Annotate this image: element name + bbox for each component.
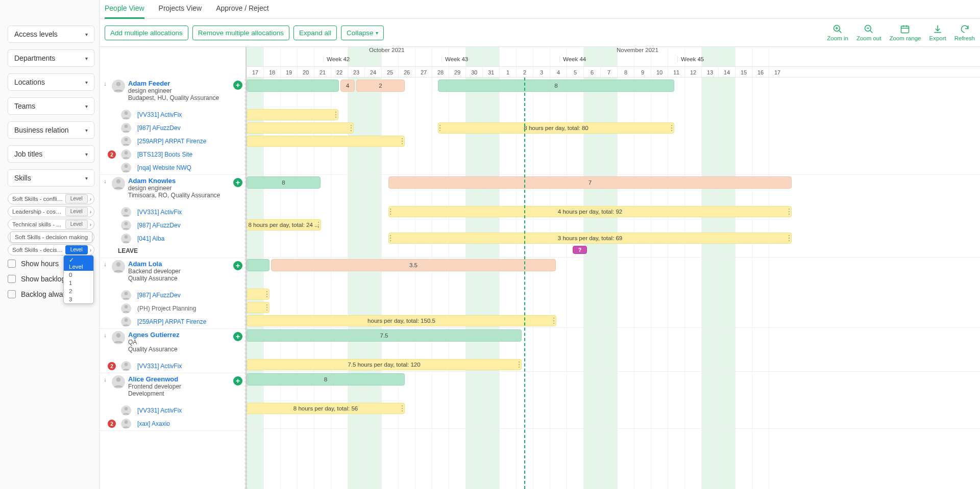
zoom-in-button[interactable]: Zoom in (827, 24, 848, 41)
collapse-icon[interactable]: ↓ (102, 177, 109, 205)
project-link[interactable]: [987] AFuzzDev (137, 292, 181, 299)
refresh-button[interactable]: Refresh (954, 24, 975, 41)
person-name[interactable]: Agnes Gutierrez (128, 331, 233, 339)
resize-handle-icon[interactable] (519, 361, 520, 368)
tab-projects-view[interactable]: Projects View (159, 0, 202, 18)
leave-bar[interactable]: ? (573, 246, 587, 254)
skill-level-select[interactable]: Level (65, 207, 88, 216)
dropdown-option[interactable]: 2 (64, 287, 93, 295)
project-link[interactable]: [VV331] ActivFix (137, 111, 182, 118)
skill-level-select[interactable]: Level (65, 194, 88, 203)
project-link[interactable]: [nqa] Website NWQ (137, 164, 191, 171)
person-name[interactable]: Alice Greenwod (128, 375, 233, 383)
project-link[interactable]: [BTS123] Boots Site (137, 151, 192, 158)
add-allocation-button[interactable]: + (233, 261, 242, 270)
resize-handle-icon[interactable] (335, 111, 337, 118)
resize-handle-icon[interactable] (671, 124, 673, 132)
allocation-bar[interactable]: 8 hours per day, total: 80 (438, 122, 674, 134)
filter-job-titles[interactable]: Job titles▾ (8, 145, 94, 163)
dropdown-option[interactable]: 0 (64, 271, 93, 279)
project-link[interactable]: (PH) Project Planning (137, 305, 196, 312)
filter-business-relation[interactable]: Business relation▾ (8, 121, 94, 139)
column-resize-handle[interactable] (244, 78, 248, 489)
project-link[interactable]: [987] AFuzzDev (137, 124, 181, 132)
resize-handle-icon[interactable] (553, 317, 555, 324)
allocation-bar[interactable] (247, 109, 338, 120)
resize-handle-icon[interactable] (390, 208, 391, 215)
allocation-bar[interactable]: hours per day, total: 150.5 (247, 315, 556, 326)
filter-locations[interactable]: Locations▾ (8, 73, 94, 91)
collapse-icon[interactable]: ↓ (102, 375, 109, 404)
add-allocations-button[interactable]: Add multiple allocations (105, 25, 188, 40)
capacity-bar[interactable]: 8 (247, 176, 321, 189)
collapse-icon[interactable]: ↓ (102, 260, 109, 289)
add-allocation-button[interactable]: + (233, 81, 242, 90)
capacity-bar[interactable]: 3.5 (271, 259, 556, 271)
resize-handle-icon[interactable] (789, 208, 790, 215)
allocation-bar[interactable]: 4 hours per day, total: 92 (388, 206, 792, 217)
allocation-bar[interactable]: 8 hours per day, total: 24 ... (247, 219, 321, 230)
allocation-bar[interactable] (247, 136, 405, 147)
capacity-bar[interactable]: 8 (438, 80, 674, 92)
capacity-bar[interactable] (247, 259, 270, 271)
project-link[interactable]: [VV331] ActivFix (137, 363, 182, 370)
filter-skills[interactable]: Skills▾ (8, 169, 94, 187)
resize-handle-icon[interactable] (318, 221, 320, 228)
resize-handle-icon[interactable] (266, 304, 268, 311)
tab-approve-reject[interactable]: Approve / Reject (216, 0, 269, 18)
project-link[interactable]: [xax] Axaxio (137, 420, 170, 427)
skill-level-select[interactable]: Level (65, 220, 88, 229)
expand-all-button[interactable]: Expand all (293, 25, 337, 40)
resize-handle-icon[interactable] (439, 124, 441, 132)
project-link[interactable]: [259ARP] ARPAT Firenze (137, 138, 206, 145)
skill-chip[interactable]: Leadership - cost m...Level› (8, 206, 94, 217)
capacity-bar[interactable]: 7 (388, 176, 792, 189)
filter-teams[interactable]: Teams▾ (8, 97, 94, 115)
person-name[interactable]: Adam Feeder (128, 80, 233, 87)
capacity-bar[interactable]: 7.5 (247, 329, 522, 342)
project-link[interactable]: [VV331] ActivFix (137, 209, 182, 216)
project-link[interactable]: [259ARP] ARPAT Firenze (137, 318, 206, 325)
zoom-range-button[interactable]: Zoom range (889, 24, 921, 41)
resize-handle-icon[interactable] (402, 138, 403, 145)
remove-allocations-button[interactable]: Remove multiple allocations (192, 25, 289, 40)
dropdown-option[interactable]: 3 (64, 295, 93, 303)
capacity-bar[interactable] (247, 80, 339, 92)
skill-chip[interactable]: Technical skills - ...Level›Soft Skills … (8, 219, 94, 230)
filter-access-levels[interactable]: Access levels▾ (8, 25, 94, 43)
add-allocation-button[interactable]: + (233, 376, 242, 385)
collapse-icon[interactable]: ↓ (102, 331, 109, 359)
allocation-bar[interactable] (247, 289, 270, 300)
skill-level-select[interactable]: Level (65, 245, 88, 254)
tab-people-view[interactable]: People View (105, 0, 144, 19)
capacity-bar[interactable]: 4 (340, 80, 355, 92)
person-name[interactable]: Adam Knowles (128, 177, 233, 185)
allocation-bar[interactable] (247, 302, 270, 313)
collapse-icon[interactable]: ↓ (102, 80, 109, 108)
resize-handle-icon[interactable] (789, 235, 790, 242)
filter-departments[interactable]: Departments▾ (8, 49, 94, 67)
collapse-button[interactable]: Collapse▾ (341, 25, 384, 40)
allocation-bar[interactable]: 7.5 hours per day, total: 120 (247, 359, 522, 370)
allocation-bar[interactable]: 3 hours per day, total: 69 (388, 233, 792, 244)
person-name[interactable]: Adam Lola (128, 260, 233, 268)
add-allocation-button[interactable]: + (233, 178, 242, 187)
resize-handle-icon[interactable] (266, 291, 268, 298)
skill-chip[interactable]: Soft Skills - decision...Level›✓ Level01… (8, 244, 94, 255)
level-dropdown[interactable]: ✓ Level0123 (63, 255, 94, 304)
skill-chip[interactable]: Soft Skills - conflict r...Level› (8, 193, 94, 204)
dropdown-option[interactable]: 1 (64, 279, 93, 287)
resize-handle-icon[interactable] (351, 124, 352, 132)
capacity-bar[interactable]: 8 (247, 373, 405, 385)
resize-handle-icon[interactable] (402, 405, 403, 412)
zoom-out-button[interactable]: Zoom out (856, 24, 881, 41)
allocation-bar[interactable]: 8 hours per day, total: 56 (247, 403, 405, 414)
resize-handle-icon[interactable] (390, 235, 391, 242)
project-link[interactable]: [041] Alba (137, 235, 164, 242)
export-button[interactable]: Export (929, 24, 946, 41)
add-allocation-button[interactable]: + (233, 332, 242, 341)
project-link[interactable]: [987] AFuzzDev (137, 222, 181, 229)
capacity-bar[interactable]: 2 (356, 80, 405, 92)
dropdown-option[interactable]: ✓ Level (64, 255, 93, 271)
project-link[interactable]: [VV331] ActivFix (137, 407, 182, 414)
